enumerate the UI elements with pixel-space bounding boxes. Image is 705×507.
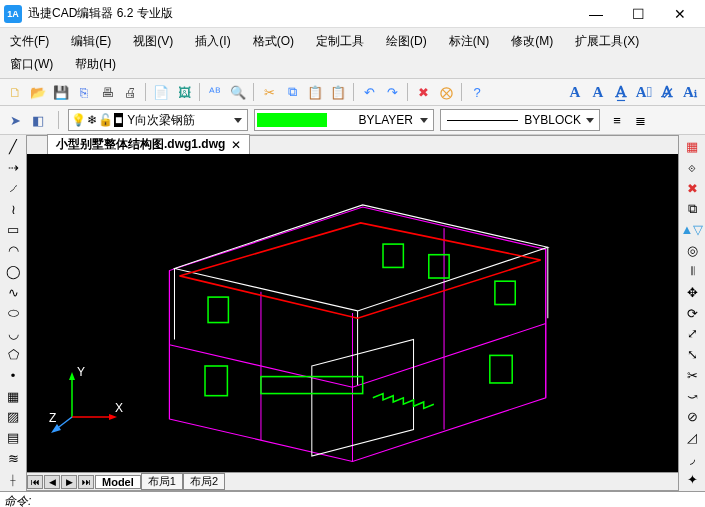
modelnav-2[interactable]: ▶ <box>61 475 77 489</box>
model-tab-2[interactable]: 布局2 <box>183 473 225 490</box>
rotate-icon[interactable]: ⟳ <box>681 303 703 323</box>
menu-5[interactable]: 定制工具 <box>312 31 368 52</box>
delete-icon[interactable]: ✖ <box>681 179 703 199</box>
help-icon[interactable]: ? <box>466 81 488 103</box>
a4[interactable]: A͟ <box>633 81 655 103</box>
a1[interactable]: A <box>564 81 586 103</box>
block-icon[interactable]: ▦ <box>2 386 24 406</box>
menu-6[interactable]: 绘图(D) <box>382 31 431 52</box>
open-icon[interactable]: 📂 <box>27 81 49 103</box>
close-button[interactable]: ✕ <box>659 2 701 26</box>
maximize-button[interactable]: ☐ <box>617 2 659 26</box>
menu-0[interactable]: 文件(F) <box>6 31 53 52</box>
modelnav-0[interactable]: ⏮ <box>27 475 43 489</box>
svg-rect-4 <box>495 281 515 304</box>
layer-states-icon[interactable]: ◧ <box>27 109 49 131</box>
a6[interactable]: Aᵢ <box>679 81 701 103</box>
spellcheck-icon[interactable]: ᴬᴮ <box>204 81 226 103</box>
chamfer-icon[interactable]: ◿ <box>681 428 703 448</box>
ray-icon[interactable]: ⇢ <box>2 158 24 178</box>
layer-mgr-icon[interactable]: ➤ <box>4 109 26 131</box>
color-selector[interactable]: BYLAYER <box>254 109 434 131</box>
region-icon[interactable]: ▤ <box>2 428 24 448</box>
undo-icon[interactable]: ↶ <box>358 81 380 103</box>
redo-icon[interactable]: ↷ <box>381 81 403 103</box>
hatch-icon[interactable]: ▨ <box>2 407 24 427</box>
drawing-canvas[interactable]: Y X Z <box>27 154 678 472</box>
menu-4[interactable]: 格式(O) <box>249 31 298 52</box>
file-tab-name: 小型别墅整体结构图.dwg1.dwg <box>56 136 225 153</box>
color-swatch <box>257 113 327 127</box>
xline-icon[interactable]: ⟋ <box>2 179 24 199</box>
trim-icon[interactable]: ✂ <box>681 365 703 385</box>
minimize-button[interactable]: — <box>575 2 617 26</box>
pline-icon[interactable]: ≀ <box>2 199 24 219</box>
extend-icon[interactable]: ⤻ <box>681 386 703 406</box>
modelnav-1[interactable]: ◀ <box>44 475 60 489</box>
move-icon[interactable]: ✥ <box>681 282 703 302</box>
scale-icon[interactable]: ⤢ <box>681 324 703 344</box>
spline-icon[interactable]: ∿ <box>2 282 24 302</box>
ellipse-icon[interactable]: ⬭ <box>2 303 24 323</box>
new-icon[interactable]: 🗋 <box>4 81 26 103</box>
model-tab-1[interactable]: 布局1 <box>141 473 183 490</box>
cut-icon[interactable]: ✂ <box>258 81 280 103</box>
point-icon[interactable]: • <box>2 365 24 385</box>
match-icon[interactable]: ⟐ <box>681 158 703 178</box>
lw2[interactable]: ≣ <box>629 109 651 131</box>
save-icon[interactable]: 💾 <box>50 81 72 103</box>
polygon-icon[interactable]: ⬠ <box>2 345 24 365</box>
a5[interactable]: A̷ <box>656 81 678 103</box>
menu-8[interactable]: 修改(M) <box>507 31 557 52</box>
a3[interactable]: A̲ <box>610 81 632 103</box>
menu-11[interactable]: 帮助(H) <box>71 54 120 75</box>
menu-10[interactable]: 窗口(W) <box>6 54 57 75</box>
pdf-icon[interactable]: 📄 <box>150 81 172 103</box>
print-icon[interactable]: 🖶 <box>96 81 118 103</box>
menu-7[interactable]: 标注(N) <box>445 31 494 52</box>
oops-icon[interactable]: ⨂ <box>435 81 457 103</box>
print-preview-icon[interactable]: 🖨 <box>119 81 141 103</box>
find-icon[interactable]: 🔍 <box>227 81 249 103</box>
ellipse-arc-icon[interactable]: ◡ <box>2 324 24 344</box>
props-icon[interactable]: ▦ <box>681 137 703 157</box>
copy2-icon[interactable]: ⧉ <box>681 199 703 219</box>
arc-icon[interactable]: ◠ <box>2 241 24 261</box>
break-icon[interactable]: ⊘ <box>681 407 703 427</box>
paste-special-icon[interactable]: 📋 <box>327 81 349 103</box>
menu-3[interactable]: 插入(I) <box>191 31 234 52</box>
window-title: 迅捷CAD编辑器 6.2 专业版 <box>28 5 575 22</box>
menu-9[interactable]: 扩展工具(X) <box>571 31 643 52</box>
copy-icon[interactable]: ⧉ <box>281 81 303 103</box>
command-input[interactable] <box>35 493 705 508</box>
mline-icon[interactable]: ≋ <box>2 448 24 468</box>
file-tab[interactable]: 小型别墅整体结构图.dwg1.dwg ✕ <box>47 134 250 154</box>
svg-rect-0 <box>205 366 227 396</box>
export-icon[interactable]: ⎘ <box>73 81 95 103</box>
model-tab-0[interactable]: Model <box>95 475 141 489</box>
image-icon[interactable]: 🖼 <box>173 81 195 103</box>
color-label: BYLAYER <box>329 113 415 127</box>
erase-icon[interactable]: ✖ <box>412 81 434 103</box>
square-icon: ■ <box>114 113 123 127</box>
offset-icon[interactable]: ◎ <box>681 241 703 261</box>
menu-2[interactable]: 视图(V) <box>129 31 177 52</box>
rect-icon[interactable]: ▭ <box>2 220 24 240</box>
dim-icon[interactable]: ⟊ <box>2 469 24 489</box>
file-tab-close[interactable]: ✕ <box>231 138 241 152</box>
a2[interactable]: A <box>587 81 609 103</box>
paste-icon[interactable]: 📋 <box>304 81 326 103</box>
circle-icon[interactable]: ◯ <box>2 262 24 282</box>
line-icon[interactable]: ╱ <box>2 137 24 157</box>
lw1[interactable]: ≡ <box>606 109 628 131</box>
explode-icon[interactable]: ✦ <box>681 469 703 489</box>
array-icon[interactable]: ⦀ <box>681 262 703 282</box>
modelnav-3[interactable]: ⏭ <box>78 475 94 489</box>
mirror-icon[interactable]: ▲▽ <box>681 220 703 240</box>
linetype-selector[interactable]: BYBLOCK <box>440 109 600 131</box>
stretch-icon[interactable]: ⤡ <box>681 345 703 365</box>
fillet-icon[interactable]: ◞ <box>681 448 703 468</box>
layer-selector[interactable]: 💡❄🔓■ Y向次梁钢筋 <box>68 109 248 131</box>
layer-name: Y向次梁钢筋 <box>125 112 229 129</box>
menu-1[interactable]: 编辑(E) <box>67 31 115 52</box>
